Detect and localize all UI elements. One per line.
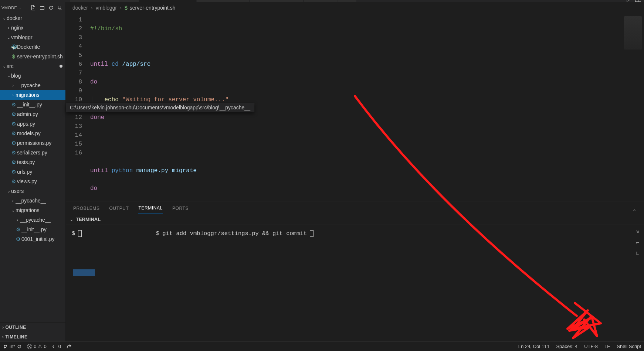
terminal-pane-left[interactable]: $ <box>66 225 147 341</box>
status-encoding[interactable]: UTF-8 <box>584 344 598 349</box>
tree-file-serializers[interactable]: ⚙serializers.py <box>0 148 65 157</box>
tree-folder-blog[interactable]: ⌄blog <box>0 71 65 81</box>
terminal-instance-icon[interactable]: ⌐ <box>636 240 639 245</box>
panel-tab-ports[interactable]: PORTS <box>172 203 189 214</box>
broadcast-icon: ᯤ <box>52 344 57 350</box>
tree-folder-pycache-migrations[interactable]: ›__pycache__ <box>0 215 65 225</box>
chevron-down-icon: ⌄ <box>70 217 74 222</box>
chevron-right-icon: › <box>2 325 4 330</box>
new-folder-icon[interactable] <box>39 4 45 11</box>
refresh-icon[interactable] <box>48 4 54 11</box>
chevron-up-icon[interactable]: ⌃ <box>633 209 637 214</box>
minimap[interactable] <box>621 13 644 201</box>
explorer-sidebar: VMODE… ⌄docker ›nginx ⌄vmbloggr 🐳Dockerf… <box>0 2 66 341</box>
sync-icon <box>17 344 22 349</box>
status-branch[interactable]: in* <box>3 344 22 349</box>
terminal-instance-icon[interactable]: L <box>636 251 639 256</box>
panel-tab-terminal[interactable]: TERMINAL <box>138 202 162 214</box>
timeline-section[interactable]: ›TIMELINE <box>0 332 65 341</box>
tree-file-dockerfile[interactable]: 🐳Dockerfile <box>0 42 65 52</box>
chevron-right-icon: › <box>91 5 93 11</box>
terminal-selection <box>73 269 95 276</box>
tree-folder-migrations-users[interactable]: ⌄migrations <box>0 205 65 215</box>
breadcrumb-file[interactable]: $server-entrypoint.sh <box>125 5 176 11</box>
collapse-all-icon[interactable] <box>57 4 63 11</box>
terminal-cursor-icon <box>310 230 313 237</box>
status-bar: in* 0 ⚠ 0 ᯤ 0 Ln 24, Col 111 Spaces: 4 U… <box>0 341 644 351</box>
status-cursor-position[interactable]: Ln 24, Col 111 <box>518 344 550 349</box>
outline-section[interactable]: ›OUTLINE <box>0 322 65 332</box>
terminal-side-icons: ⇲ ⌐ L <box>631 225 644 341</box>
project-name: VMODE… <box>1 6 30 10</box>
status-language[interactable]: Shell Script <box>617 344 641 349</box>
chevron-right-icon: › <box>2 334 4 340</box>
warning-icon: ⚠ <box>38 344 42 349</box>
panel-tab-output[interactable]: OUTPUT <box>109 203 129 214</box>
git-branch-icon <box>3 344 8 349</box>
panel-tab-problems[interactable]: PROBLEMS <box>73 203 100 214</box>
path-tooltip: C:\Users\kelvin.johnson-chu\Documents\vm… <box>66 103 254 112</box>
tree-folder-migrations-blog[interactable]: ›migrations <box>0 90 65 100</box>
tree-file-init-blog[interactable]: ⚙__init__.py <box>0 100 65 109</box>
tree-file-views[interactable]: ⚙views.py <box>0 177 65 186</box>
tree-folder-pycache-blog[interactable]: ›__pycache__ <box>0 81 65 90</box>
tree-file-init-migrations[interactable]: ⚙__init__.py <box>0 225 65 234</box>
live-share-icon <box>66 344 72 349</box>
status-indentation[interactable]: Spaces: 4 <box>556 344 577 349</box>
tree-file-entrypoint[interactable]: $server-entrypoint.sh <box>0 52 65 61</box>
terminal-pane-right[interactable]: $ git add vmbloggr/settings.py && git co… <box>147 225 631 341</box>
tree-folder-users[interactable]: ⌄users <box>0 186 65 196</box>
tree-file-initial[interactable]: ⚙0001_initial.py <box>0 234 65 244</box>
tree-file-apps[interactable]: ⚙apps.py <box>0 119 65 129</box>
chevron-right-icon: › <box>120 5 122 11</box>
breadcrumb-segment[interactable]: vmbloggr <box>96 5 117 11</box>
terminal-group-header[interactable]: ⌄ TERMINAL <box>66 214 644 225</box>
status-live-share[interactable] <box>66 344 72 349</box>
breadcrumb[interactable]: docker › vmbloggr › $server-entrypoint.s… <box>66 2 644 13</box>
error-icon <box>27 344 32 349</box>
tree-file-models[interactable]: ⚙models.py <box>0 129 65 138</box>
bottom-panel: PROBLEMS OUTPUT TERMINAL PORTS ⌃ ⌄ TERMI… <box>66 201 644 341</box>
tree-folder-pycache-users[interactable]: ›__pycache__ <box>0 196 65 205</box>
tree-file-tests[interactable]: ⚙tests.py <box>0 157 65 167</box>
dirty-indicator-icon <box>60 65 62 68</box>
tree-folder-docker[interactable]: ⌄docker <box>0 13 65 23</box>
tree-folder-src[interactable]: ⌄src <box>0 61 65 71</box>
new-file-icon[interactable] <box>30 4 37 11</box>
tree-folder-vmbloggr[interactable]: ⌄vmbloggr <box>0 33 65 42</box>
tree-file-admin[interactable]: ⚙admin.py <box>0 109 65 119</box>
panel-tab-bar: PROBLEMS OUTPUT TERMINAL PORTS ⌃ <box>66 201 644 214</box>
tree-file-urls[interactable]: ⚙urls.py <box>0 167 65 177</box>
tree-file-permissions[interactable]: ⚙permissions.py <box>0 138 65 148</box>
file-tree: ⌄docker ›nginx ⌄vmbloggr 🐳Dockerfile $se… <box>0 13 65 322</box>
terminal-cursor-icon <box>78 230 82 237</box>
maximize-panel-icon[interactable]: ⇲ <box>636 229 639 235</box>
explorer-header: VMODE… <box>0 2 65 13</box>
tree-folder-nginx[interactable]: ›nginx <box>0 23 65 33</box>
breadcrumb-segment[interactable]: docker <box>72 5 88 11</box>
status-ports[interactable]: ᯤ 0 <box>52 344 61 350</box>
status-errors[interactable]: 0 ⚠ 0 <box>27 344 46 349</box>
status-eol[interactable]: LF <box>604 344 610 349</box>
